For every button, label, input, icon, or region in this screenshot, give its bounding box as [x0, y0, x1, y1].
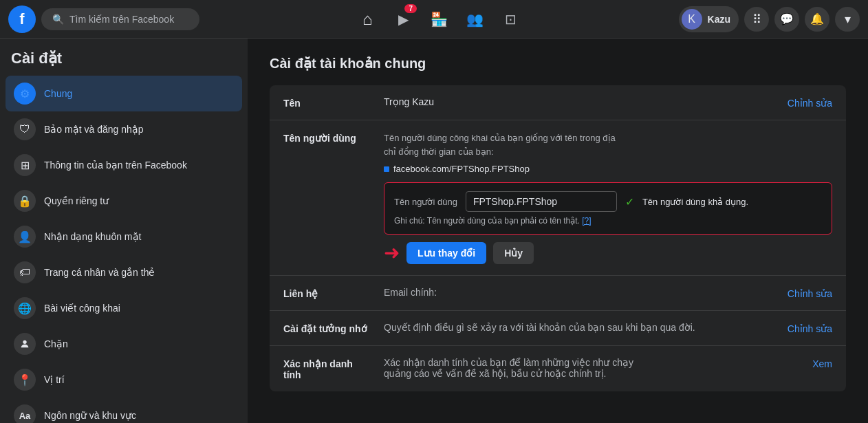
main-layout: Cài đặt ⚙ Chung 🛡 Bảo mật và đăng nhập ⊞… — [0, 39, 868, 423]
user-menu[interactable]: K Kazu — [679, 6, 739, 32]
lien-he-label: Liên hệ — [283, 287, 373, 299]
search-icon: 🔍 — [52, 14, 64, 25]
search-placeholder: Tìm kiếm trên Facebook — [69, 14, 174, 25]
main-content: Cài đặt tài khoản chung Tên Trọng Kazu C… — [248, 39, 868, 423]
language-icon: Aa — [14, 404, 36, 423]
username-description: Tên người dùng công khai của bạn giống v… — [384, 131, 832, 158]
nav-people-btn[interactable]: 👥 — [458, 3, 491, 36]
notifications-button[interactable]: 🔔 — [805, 7, 829, 32]
tuong-nho-edit-button[interactable]: Chỉnh sửa — [788, 322, 832, 334]
topnav-right: K Kazu ⠿ 💬 🔔 ▾ — [679, 6, 860, 32]
username-available-text: Tên người dùng khả dụng. — [642, 197, 748, 207]
settings-table: Tên Trọng Kazu Chỉnh sửa Tên người dùng … — [270, 85, 846, 391]
lien-he-edit-button[interactable]: Chỉnh sửa — [788, 287, 832, 299]
username-url: facebook.com/FPTShop.FPTShop — [384, 164, 832, 174]
sidebar-item-label: Chặn — [44, 338, 68, 349]
username-edit-box: Tên người dùng ✓ Tên người dùng khả dụng… — [384, 182, 832, 235]
lien-he-value: Email chính: — [384, 287, 777, 298]
lock-icon: 🔒 — [14, 190, 36, 212]
settings-row-tuong-nho: Cài đặt tưởng nhớ Quyết định điều gì sẽ … — [270, 311, 846, 346]
sidebar-item-ngon-ngu[interactable]: Aa Ngôn ngữ và khu vực — [6, 398, 242, 423]
account-dropdown-button[interactable]: ▾ — [835, 7, 860, 32]
sidebar-item-quyen-rieng-tu[interactable]: 🔒 Quyền riêng tư — [6, 183, 242, 219]
username-edit-label: Tên người dùng — [394, 197, 457, 207]
block-icon — [14, 333, 36, 355]
username-label: Tên người dùng — [283, 131, 373, 264]
username-input[interactable] — [466, 191, 617, 212]
user-name: Kazu — [708, 14, 730, 25]
action-buttons: ➜ Lưu thay đổi Hủy — [384, 241, 832, 264]
url-bullet — [384, 166, 389, 172]
shield-icon: 🛡 — [14, 118, 36, 140]
sidebar-item-chan[interactable]: Chặn — [6, 326, 242, 362]
sidebar: Cài đặt ⚙ Chung 🛡 Bảo mật và đăng nhập ⊞… — [0, 39, 248, 423]
sidebar-item-vi-tri[interactable]: 📍 Vị trí — [6, 362, 242, 398]
topnav-center: ⌂ ▶ 7 🏪 👥 ⊡ — [199, 3, 679, 36]
ten-label: Tên — [283, 96, 373, 109]
page-title: Cài đặt tài khoản chung — [270, 55, 846, 72]
cancel-button[interactable]: Hủy — [493, 242, 534, 264]
tag-icon: 🏷 — [14, 261, 36, 283]
tuong-nho-value: Quyết định điều gì sẽ xảy ra với tài kho… — [384, 322, 777, 333]
nav-home-btn[interactable]: ⌂ — [351, 3, 384, 36]
settings-row-danh-tinh: Xác nhận danh tính Xác nhận danh tính củ… — [270, 346, 846, 391]
tuong-nho-label: Cài đặt tưởng nhớ — [283, 322, 373, 334]
username-edit-row: Tên người dùng ✓ Tên người dùng khả dụng… — [394, 191, 822, 212]
settings-row-ten: Tên Trọng Kazu Chỉnh sửa — [270, 85, 846, 120]
sidebar-item-label: Vị trí — [44, 374, 65, 385]
topnav-left: f 🔍 Tìm kiếm trên Facebook — [8, 6, 199, 33]
ten-value: Trọng Kazu — [384, 96, 777, 107]
sidebar-item-label: Chung — [44, 88, 72, 99]
danh-tinh-value: Xác nhận danh tính của bạn để làm những … — [384, 357, 801, 379]
settings-row-lien-he: Liên hệ Email chính: Chỉnh sửa — [270, 276, 846, 311]
sidebar-item-bai-viet[interactable]: 🌐 Bài viết công khai — [6, 290, 242, 326]
face-icon: 👤 — [14, 226, 36, 248]
settings-icon: ⚙ — [14, 83, 36, 105]
sidebar-item-label: Bảo mật và đăng nhập — [44, 124, 144, 135]
danh-tinh-view-button[interactable]: Xem — [812, 357, 832, 369]
info-icon: ⊞ — [14, 154, 36, 176]
save-button[interactable]: Lưu thay đổi — [406, 242, 486, 264]
search-bar[interactable]: 🔍 Tìm kiếm trên Facebook — [41, 8, 199, 30]
globe-icon: 🌐 — [14, 297, 36, 319]
sidebar-item-label: Bài viết công khai — [44, 303, 120, 314]
location-icon: 📍 — [14, 369, 36, 391]
sidebar-item-thong-tin[interactable]: ⊞ Thông tin của bạn trên Facebook — [6, 147, 242, 183]
username-content: Tên người dùng công khai của bạn giống v… — [384, 131, 832, 264]
facebook-logo[interactable]: f — [8, 6, 36, 33]
sidebar-item-label: Ngôn ngữ và khu vực — [44, 410, 136, 421]
nav-pages-btn[interactable]: ⊡ — [494, 3, 527, 36]
avatar: K — [682, 9, 702, 30]
settings-row-username: Tên người dùng Tên người dùng công khai … — [270, 120, 846, 276]
sidebar-item-label: Thông tin của bạn trên Facebook — [44, 160, 187, 171]
nav-store-btn[interactable]: 🏪 — [422, 3, 455, 36]
username-note-link[interactable]: [?] — [582, 216, 591, 226]
video-badge: 7 — [404, 4, 417, 13]
sidebar-item-nhan-dang[interactable]: 👤 Nhận dạng khuôn mặt — [6, 219, 242, 254]
username-note: Ghi chú: Tên người dùng của bạn phải có … — [394, 216, 822, 226]
sidebar-item-label: Trang cá nhân và gắn thẻ — [44, 267, 155, 278]
sidebar-item-label: Nhận dạng khuôn mặt — [44, 231, 141, 242]
grid-apps-button[interactable]: ⠿ — [744, 7, 769, 32]
svg-point-0 — [23, 340, 26, 344]
sidebar-item-label: Quyền riêng tư — [44, 195, 109, 206]
sidebar-item-chung[interactable]: ⚙ Chung — [6, 76, 242, 111]
sidebar-item-bao-mat[interactable]: 🛡 Bảo mật và đăng nhập — [6, 111, 242, 147]
sidebar-item-trang-ca-nhan[interactable]: 🏷 Trang cá nhân và gắn thẻ — [6, 254, 242, 290]
top-navigation: f 🔍 Tìm kiếm trên Facebook ⌂ ▶ 7 🏪 👥 ⊡ K… — [0, 0, 868, 39]
sidebar-title: Cài đặt — [6, 50, 242, 76]
messenger-button[interactable]: 💬 — [774, 7, 799, 32]
check-icon: ✓ — [625, 195, 634, 208]
nav-video-btn[interactable]: ▶ 7 — [387, 3, 420, 36]
danh-tinh-label: Xác nhận danh tính — [283, 357, 373, 380]
arrow-indicator: ➜ — [384, 241, 400, 264]
ten-edit-button[interactable]: Chỉnh sửa — [788, 96, 832, 109]
